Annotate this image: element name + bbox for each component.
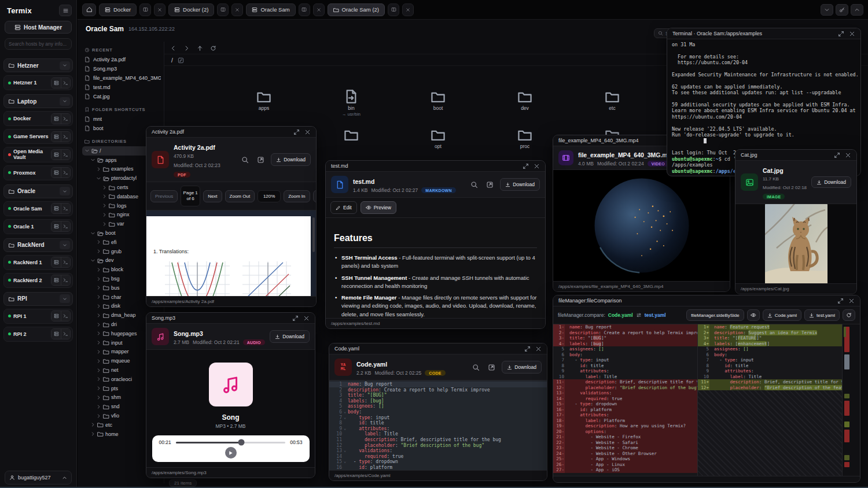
close-tab-button[interactable] xyxy=(154,3,165,16)
host-item-racknerd-1[interactable]: RackNerd 1 xyxy=(3,255,73,270)
host-connect-button[interactable] xyxy=(52,78,61,88)
zoom-in-button[interactable]: Zoom In xyxy=(284,190,310,202)
window-titlebar[interactable]: Code.yaml xyxy=(329,343,547,354)
host-terminal-button[interactable] xyxy=(61,168,70,178)
home-tab-button[interactable] xyxy=(82,3,96,16)
host-terminal-button[interactable] xyxy=(61,275,70,285)
host-terminal-button[interactable] xyxy=(61,311,70,321)
group-header-racknerd[interactable]: RackNerd xyxy=(3,238,73,252)
fold-icon[interactable]: ⌄ xyxy=(342,415,348,421)
window-titlebar[interactable]: Terminal · Oracle Sam:/apps/examples xyxy=(667,28,860,39)
host-terminal-button[interactable] xyxy=(61,150,70,160)
recent-item[interactable]: file_example_MP4_640_3MG... xyxy=(82,73,161,83)
host-item-oracle-sam[interactable]: Oracle Sam xyxy=(3,201,73,216)
previous-page-button[interactable]: Previous xyxy=(150,190,178,202)
expand-window-icon[interactable] xyxy=(292,315,299,321)
search-icon[interactable] xyxy=(472,364,480,371)
host-manager-button[interactable]: Host Manager xyxy=(5,21,72,34)
close-window-icon[interactable] xyxy=(848,298,855,304)
close-window-icon[interactable] xyxy=(849,31,855,37)
user-menu[interactable]: bugattiguy527 xyxy=(5,471,72,485)
diff-pane-right[interactable]: 1+name: Feature request2+description: Su… xyxy=(698,324,843,476)
download-pdf-button[interactable]: Dow xyxy=(313,190,317,202)
grid-item-etc[interactable]: etc xyxy=(586,89,638,111)
host-item-rpi-1[interactable]: RPI 1 xyxy=(3,309,73,324)
open-external-icon[interactable] xyxy=(486,181,494,188)
fold-icon[interactable]: ⌄ xyxy=(342,409,348,415)
grid-item-bin[interactable]: bin→ usr/bin xyxy=(325,89,377,117)
expand-window-icon[interactable] xyxy=(523,163,529,169)
collapse-group-button[interactable] xyxy=(60,97,70,106)
pdf-scrollbar[interactable] xyxy=(312,217,315,252)
collapse-group-button[interactable] xyxy=(60,294,70,303)
back-icon[interactable] xyxy=(170,45,176,51)
download-file-a-button[interactable]: Code.yaml xyxy=(763,309,801,321)
next-page-button[interactable]: Next xyxy=(203,190,222,202)
host-connect-button[interactable] xyxy=(52,150,61,160)
download-button[interactable]: Download xyxy=(271,153,311,166)
shortcut-item[interactable]: mnt xyxy=(82,114,161,124)
search-icon[interactable] xyxy=(470,181,478,188)
host-terminal-button[interactable] xyxy=(61,329,70,339)
recent-item[interactable]: Song.mp3 xyxy=(82,64,161,73)
download-button[interactable]: Download xyxy=(502,361,542,374)
split-tab-button[interactable] xyxy=(139,3,151,16)
host-connect-button[interactable] xyxy=(52,311,61,321)
expand-window-icon[interactable] xyxy=(524,346,531,352)
diff-minimap[interactable] xyxy=(843,324,860,476)
close-tab-button[interactable] xyxy=(231,3,243,16)
host-connect-button[interactable] xyxy=(52,204,61,213)
grid-item[interactable] xyxy=(325,127,377,143)
edit-path-icon[interactable] xyxy=(178,57,184,64)
window-titlebar[interactable]: test.md xyxy=(326,161,545,172)
sidebar-menu-button[interactable] xyxy=(59,5,72,16)
host-terminal-button[interactable] xyxy=(61,257,70,267)
up-icon[interactable] xyxy=(197,45,203,51)
grid-item-proc[interactable]: proc xyxy=(499,127,551,149)
host-terminal-button[interactable] xyxy=(61,114,70,124)
close-tab-button[interactable] xyxy=(313,3,325,16)
admin-key-button[interactable] xyxy=(836,4,848,16)
host-search-input[interactable]: Search hosts by any info... xyxy=(5,38,72,50)
host-connect-button[interactable] xyxy=(52,221,61,231)
grid-item-boot[interactable]: boot xyxy=(412,89,464,111)
preview-tab[interactable]: Preview xyxy=(361,201,396,214)
host-item-open-media-vault[interactable]: Open Media Vault xyxy=(3,147,73,162)
host-terminal-button[interactable] xyxy=(61,78,70,88)
grid-item-apps[interactable]: apps xyxy=(238,89,290,111)
split-tab-button[interactable] xyxy=(217,3,229,16)
host-item-hetzner-1[interactable]: Hetzner 1 xyxy=(3,75,73,90)
group-header-oracle[interactable]: Oracle xyxy=(3,184,73,198)
expand-window-icon[interactable] xyxy=(293,129,300,135)
window-titlebar[interactable]: Activity 2a.pdf xyxy=(146,127,316,138)
tab-oracle-sam-2-[interactable]: Oracle Sam (2) xyxy=(328,3,385,16)
host-item-racknerd-2[interactable]: RackNerd 2 xyxy=(3,273,73,288)
collapse-group-button[interactable] xyxy=(60,187,70,195)
host-terminal-button[interactable] xyxy=(61,221,70,231)
grid-item-dev[interactable]: dev xyxy=(499,89,551,111)
close-window-icon[interactable] xyxy=(304,129,311,135)
breadcrumb-path[interactable]: / xyxy=(171,57,173,64)
search-icon[interactable] xyxy=(241,156,249,164)
close-window-icon[interactable] xyxy=(303,315,310,321)
open-external-icon[interactable] xyxy=(488,364,495,371)
forward-icon[interactable] xyxy=(183,45,190,51)
zoom-out-button[interactable]: Zoom Out xyxy=(225,190,255,202)
close-window-icon[interactable] xyxy=(534,163,540,169)
expand-window-icon[interactable] xyxy=(838,31,844,37)
host-connect-button[interactable] xyxy=(52,132,61,142)
recent-item[interactable]: Activity 2a.pdf xyxy=(82,55,161,64)
group-header-hetzner[interactable]: Hetzner xyxy=(3,58,73,72)
group-header-rpi[interactable]: RPI xyxy=(3,292,73,306)
download-button[interactable]: Download xyxy=(270,330,310,343)
split-tab-button[interactable] xyxy=(299,3,310,16)
side-by-side-button[interactable]: fileManager.sideBySide xyxy=(686,309,744,321)
refresh-icon[interactable] xyxy=(210,45,216,51)
tab-docker[interactable]: Docker xyxy=(99,3,137,16)
window-titlebar[interactable]: Cat.jpg xyxy=(735,150,856,161)
close-window-icon[interactable] xyxy=(845,152,851,158)
download-file-b-button[interactable]: test.yaml xyxy=(804,309,840,321)
seek-thumb[interactable] xyxy=(238,439,245,446)
host-item-rpi-2[interactable]: RPI 2 xyxy=(3,327,73,342)
edit-tab[interactable]: Edit xyxy=(330,201,357,214)
